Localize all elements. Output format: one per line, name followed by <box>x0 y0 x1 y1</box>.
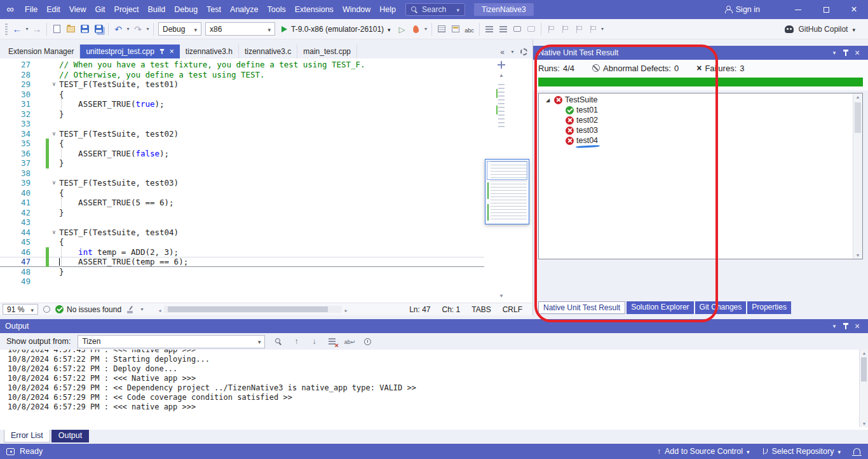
next-message-button[interactable] <box>308 335 320 348</box>
clear-all-button[interactable] <box>325 335 338 348</box>
select-repository-button[interactable]: Select Repository <box>763 447 841 456</box>
output-log[interactable]: 10/8/2024 4:57:45 PM : <<< native app >>… <box>0 350 868 430</box>
bookmark-toggle-button[interactable] <box>544 22 558 37</box>
navigate-forward-button[interactable] <box>30 22 44 37</box>
horizontal-scrollbar[interactable] <box>158 305 348 313</box>
code-line[interactable]: 49 <box>0 277 484 287</box>
document-health-icon[interactable] <box>43 306 50 313</box>
menu-edit[interactable]: Edit <box>42 0 65 19</box>
menu-file[interactable]: File <box>20 0 42 19</box>
search-box[interactable]: Search <box>405 3 465 16</box>
menu-extensions[interactable]: Extensions <box>290 0 338 19</box>
tool-tab-native-unit-test-result[interactable]: Native Unit Test Result <box>538 301 625 314</box>
timestamp-button[interactable] <box>361 335 374 348</box>
parameter-info-button[interactable] <box>449 22 463 37</box>
sign-in-button[interactable]: Sign in <box>724 5 760 14</box>
code-line[interactable]: 37} <box>0 158 484 168</box>
line-indicator[interactable]: Ln: 47 <box>409 305 430 314</box>
menu-tools[interactable]: Tools <box>263 0 290 19</box>
code-line[interactable]: 44∨TEST_F(TestSuite, test04) <box>0 228 484 238</box>
tool-tab-git-changes[interactable]: Git Changes <box>695 301 747 314</box>
tab-extension-manager[interactable]: Extension Manager <box>3 45 80 58</box>
close-panel-button[interactable] <box>851 48 863 58</box>
word-wrap-button[interactable] <box>343 335 356 348</box>
maximize-button[interactable] <box>812 0 840 19</box>
output-source-dropdown[interactable]: Tizen <box>78 335 265 348</box>
code-line[interactable]: 43 <box>0 217 484 228</box>
close-panel-button[interactable] <box>851 321 863 331</box>
scroll-up-icon[interactable] <box>495 72 508 78</box>
menu-view[interactable]: View <box>65 0 91 19</box>
code-line[interactable]: 28// Otherwise, you define a test using … <box>0 70 484 80</box>
code-line[interactable]: 36 ASSERT_TRUE(false); <box>0 149 484 159</box>
scrollbar-thumb[interactable] <box>168 306 328 312</box>
menu-help[interactable]: Help <box>375 0 400 19</box>
fold-chevron-icon[interactable]: ∨ <box>49 228 59 238</box>
tree-expander-icon[interactable]: ◢ <box>544 97 552 103</box>
scroll-up-icon[interactable] <box>853 95 862 99</box>
test-tree-item-test01[interactable]: test01 <box>539 105 862 115</box>
comment-selection-button[interactable] <box>510 22 524 37</box>
issues-indicator[interactable]: No issues found <box>55 305 121 314</box>
menu-test[interactable]: Test <box>202 0 226 19</box>
tool-tab-properties[interactable]: Properties <box>747 301 791 314</box>
indent-increase-button[interactable] <box>496 22 510 37</box>
tab-unittestproj-test-cpp[interactable]: unittestproj_test.cpp× <box>80 45 179 58</box>
window-position-caret[interactable] <box>829 50 840 56</box>
open-file-button[interactable] <box>64 22 78 37</box>
menu-analyze[interactable]: Analyze <box>226 0 262 19</box>
scroll-down-icon[interactable] <box>495 293 508 299</box>
solution-button[interactable]: TizenNative3 <box>474 3 534 16</box>
code-cleanup-caret[interactable] <box>139 306 145 312</box>
code-line[interactable]: 35{ <box>0 139 484 149</box>
window-position-caret[interactable] <box>829 324 840 329</box>
gear-icon[interactable] <box>520 48 527 55</box>
code-line[interactable]: 27// When you have a test fixture, you d… <box>0 60 484 70</box>
member-list-button[interactable] <box>435 22 449 37</box>
undo-button[interactable] <box>111 22 125 37</box>
code-line[interactable]: 40{ <box>0 188 484 198</box>
add-to-source-control-button[interactable]: Add to Source Control <box>657 447 750 456</box>
uncomment-selection-button[interactable] <box>524 22 538 37</box>
tab-scroll-left-icon[interactable] <box>500 46 505 57</box>
notifications-bell-icon[interactable] <box>853 448 860 455</box>
scroll-left-icon[interactable] <box>158 305 162 314</box>
close-tab-icon[interactable]: × <box>170 48 174 55</box>
navigate-back-button[interactable] <box>10 22 24 37</box>
scroll-down-icon[interactable] <box>860 421 868 426</box>
scroll-down-icon[interactable] <box>853 253 862 257</box>
tabs-indicator[interactable]: TABS <box>471 305 491 314</box>
fold-chevron-icon[interactable]: ∨ <box>49 79 59 90</box>
scrollbar-track[interactable] <box>164 306 342 313</box>
tab-tizennative3-h[interactable]: tizennative3.h <box>180 45 239 58</box>
fold-chevron-icon[interactable]: ∨ <box>49 129 59 139</box>
navigate-back-caret[interactable] <box>24 26 30 32</box>
solution-config-dropdown[interactable]: Debug <box>158 22 201 36</box>
new-project-button[interactable] <box>50 22 64 37</box>
redo-button[interactable] <box>131 22 145 37</box>
code-line[interactable]: 46 int temp = ADD(2, 3); <box>0 247 484 257</box>
test-tree-item-test03[interactable]: test03 <box>539 125 862 135</box>
scroll-right-icon[interactable] <box>344 305 348 314</box>
code-line[interactable]: 32} <box>0 109 484 120</box>
save-button[interactable] <box>78 22 92 37</box>
word-completion-button[interactable] <box>463 22 477 37</box>
bottom-tab-output[interactable]: Output <box>51 430 90 442</box>
menu-git[interactable]: Git <box>91 0 110 19</box>
code-line[interactable]: 47 ASSERT_TRUE(temp == 6); <box>0 257 484 267</box>
tab-main-test-cpp[interactable]: main_test.cpp <box>297 45 357 58</box>
bookmark-clear-button[interactable] <box>586 22 600 37</box>
code-line[interactable]: 30{ <box>0 90 484 100</box>
scrollbar-thumb[interactable] <box>855 102 861 133</box>
code-line[interactable]: 42} <box>0 208 484 218</box>
menu-project[interactable]: Project <box>110 0 144 19</box>
code-line[interactable]: 45{ <box>0 237 484 247</box>
menu-debug[interactable]: Debug <box>170 0 202 19</box>
start-without-debug-button[interactable] <box>395 22 409 37</box>
column-indicator[interactable]: Ch: 1 <box>442 305 461 314</box>
close-window-button[interactable] <box>840 0 868 19</box>
code-line[interactable]: 34∨TEST_F(TestSuite, test02) <box>0 129 484 139</box>
code-cleanup-icon[interactable] <box>126 306 134 313</box>
split-editor-handle[interactable] <box>498 61 505 69</box>
previous-message-button[interactable] <box>290 335 302 348</box>
